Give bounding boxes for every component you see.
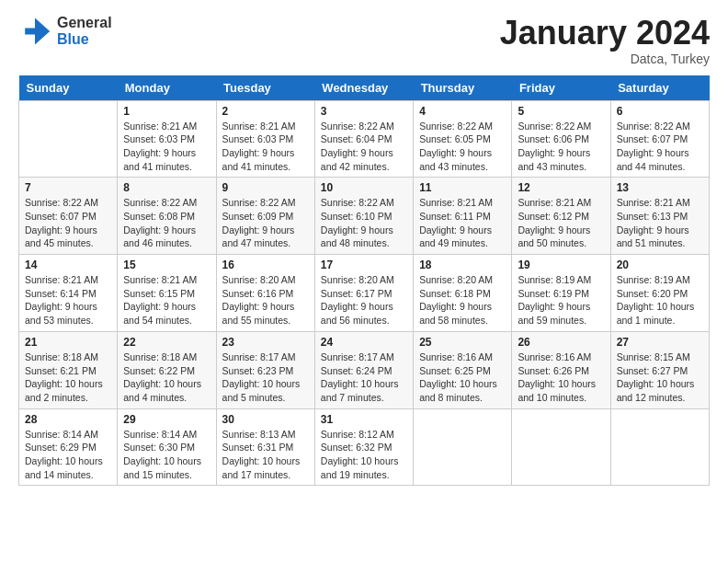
calendar-cell: 27Sunrise: 8:15 AMSunset: 6:27 PMDayligh…	[610, 331, 709, 408]
cell-info: Sunrise: 8:14 AMSunset: 6:30 PMDaylight:…	[123, 428, 210, 482]
cell-info: Sunrise: 8:18 AMSunset: 6:21 PMDaylight:…	[25, 350, 111, 405]
cell-day-number: 2	[222, 105, 309, 118]
header-day-friday: Friday	[512, 75, 610, 101]
week-row-1: 7Sunrise: 8:22 AMSunset: 6:07 PMDaylight…	[19, 178, 710, 255]
calendar-cell: 8Sunrise: 8:22 AMSunset: 6:08 PMDaylight…	[118, 178, 216, 255]
header-day-tuesday: Tuesday	[216, 75, 314, 101]
calendar-cell: 26Sunrise: 8:16 AMSunset: 6:26 PMDayligh…	[512, 331, 610, 408]
cell-info: Sunrise: 8:21 AMSunset: 6:13 PMDaylight:…	[617, 196, 703, 250]
cell-day-number: 22	[123, 336, 210, 349]
cell-day-number: 12	[518, 181, 604, 194]
header-day-saturday: Saturday	[610, 75, 709, 101]
week-row-4: 28Sunrise: 8:14 AMSunset: 6:29 PMDayligh…	[19, 408, 710, 486]
calendar-cell: 10Sunrise: 8:22 AMSunset: 6:10 PMDayligh…	[314, 178, 413, 255]
cell-day-number: 17	[321, 259, 407, 271]
location: Datca, Turkey	[500, 52, 710, 66]
cell-day-number: 18	[419, 259, 506, 271]
cell-info: Sunrise: 8:21 AMSunset: 6:12 PMDaylight:…	[518, 196, 604, 250]
calendar-cell: 3Sunrise: 8:22 AMSunset: 6:04 PMDaylight…	[314, 100, 413, 178]
logo-text-blue: Blue	[57, 31, 112, 48]
header-day-thursday: Thursday	[414, 75, 512, 101]
cell-day-number: 9	[222, 181, 309, 194]
cell-day-number: 5	[518, 105, 604, 118]
cell-info: Sunrise: 8:16 AMSunset: 6:25 PMDaylight:…	[419, 350, 506, 405]
calendar-cell: 2Sunrise: 8:21 AMSunset: 6:03 PMDaylight…	[216, 100, 314, 178]
cell-info: Sunrise: 8:22 AMSunset: 6:07 PMDaylight:…	[25, 196, 111, 250]
cell-info: Sunrise: 8:21 AMSunset: 6:03 PMDaylight:…	[123, 120, 210, 174]
cell-day-number: 7	[25, 181, 111, 194]
cell-info: Sunrise: 8:22 AMSunset: 6:07 PMDaylight:…	[617, 120, 703, 174]
cell-info: Sunrise: 8:21 AMSunset: 6:11 PMDaylight:…	[419, 196, 506, 250]
calendar-cell: 14Sunrise: 8:21 AMSunset: 6:14 PMDayligh…	[19, 255, 118, 332]
calendar-cell: 23Sunrise: 8:17 AMSunset: 6:23 PMDayligh…	[216, 331, 314, 408]
calendar-cell: 22Sunrise: 8:18 AMSunset: 6:22 PMDayligh…	[118, 331, 216, 408]
cell-day-number: 16	[222, 259, 309, 271]
cell-info: Sunrise: 8:16 AMSunset: 6:26 PMDaylight:…	[518, 350, 604, 405]
calendar-cell: 31Sunrise: 8:12 AMSunset: 6:32 PMDayligh…	[314, 408, 413, 486]
cell-info: Sunrise: 8:21 AMSunset: 6:15 PMDaylight:…	[123, 273, 210, 327]
cell-day-number: 23	[222, 336, 309, 349]
cell-day-number: 6	[617, 105, 703, 118]
calendar-cell: 1Sunrise: 8:21 AMSunset: 6:03 PMDaylight…	[118, 100, 216, 178]
cell-info: Sunrise: 8:22 AMSunset: 6:05 PMDaylight:…	[419, 120, 506, 174]
cell-info: Sunrise: 8:22 AMSunset: 6:06 PMDaylight:…	[518, 120, 604, 174]
cell-day-number: 28	[25, 413, 111, 426]
logo-text-general: General	[57, 15, 112, 31]
calendar-cell: 4Sunrise: 8:22 AMSunset: 6:05 PMDaylight…	[414, 100, 512, 178]
cell-day-number: 24	[321, 336, 407, 349]
calendar-cell: 9Sunrise: 8:22 AMSunset: 6:09 PMDaylight…	[216, 178, 314, 255]
cell-day-number: 20	[617, 259, 703, 271]
cell-info: Sunrise: 8:19 AMSunset: 6:19 PMDaylight:…	[518, 273, 604, 327]
cell-day-number: 13	[617, 181, 703, 194]
cell-info: Sunrise: 8:13 AMSunset: 6:31 PMDaylight:…	[222, 428, 309, 482]
calendar-cell: 19Sunrise: 8:19 AMSunset: 6:19 PMDayligh…	[512, 255, 610, 332]
calendar-cell: 17Sunrise: 8:20 AMSunset: 6:17 PMDayligh…	[314, 255, 413, 332]
calendar-cell: 20Sunrise: 8:19 AMSunset: 6:20 PMDayligh…	[610, 255, 709, 332]
calendar-cell: 13Sunrise: 8:21 AMSunset: 6:13 PMDayligh…	[610, 178, 709, 255]
title-block: January 2024 Datca, Turkey	[500, 15, 710, 66]
calendar-cell: 6Sunrise: 8:22 AMSunset: 6:07 PMDaylight…	[610, 100, 709, 178]
calendar-cell: 25Sunrise: 8:16 AMSunset: 6:25 PMDayligh…	[414, 331, 512, 408]
calendar-cell: 7Sunrise: 8:22 AMSunset: 6:07 PMDaylight…	[19, 178, 118, 255]
cell-info: Sunrise: 8:20 AMSunset: 6:17 PMDaylight:…	[321, 273, 407, 327]
logo-icon	[18, 15, 51, 48]
cell-day-number: 21	[25, 336, 111, 349]
cell-day-number: 11	[419, 181, 506, 194]
cell-info: Sunrise: 8:15 AMSunset: 6:27 PMDaylight:…	[617, 350, 703, 405]
calendar-cell: 28Sunrise: 8:14 AMSunset: 6:29 PMDayligh…	[19, 408, 118, 486]
cell-info: Sunrise: 8:17 AMSunset: 6:23 PMDaylight:…	[222, 350, 309, 405]
calendar-cell	[414, 408, 512, 486]
calendar-cell: 30Sunrise: 8:13 AMSunset: 6:31 PMDayligh…	[216, 408, 314, 486]
cell-day-number: 15	[123, 259, 210, 271]
cell-day-number: 19	[518, 259, 604, 271]
cell-day-number: 31	[321, 413, 407, 426]
calendar-cell: 11Sunrise: 8:21 AMSunset: 6:11 PMDayligh…	[414, 178, 512, 255]
cell-info: Sunrise: 8:18 AMSunset: 6:22 PMDaylight:…	[123, 350, 210, 405]
cell-info: Sunrise: 8:22 AMSunset: 6:04 PMDaylight:…	[321, 120, 407, 174]
calendar-cell: 29Sunrise: 8:14 AMSunset: 6:30 PMDayligh…	[118, 408, 216, 486]
cell-day-number: 3	[321, 105, 407, 118]
calendar-cell: 18Sunrise: 8:20 AMSunset: 6:18 PMDayligh…	[414, 255, 512, 332]
cell-info: Sunrise: 8:12 AMSunset: 6:32 PMDaylight:…	[321, 428, 407, 482]
calendar-cell	[19, 100, 118, 178]
cell-day-number: 14	[25, 259, 111, 271]
calendar-cell: 5Sunrise: 8:22 AMSunset: 6:06 PMDaylight…	[512, 100, 610, 178]
week-row-2: 14Sunrise: 8:21 AMSunset: 6:14 PMDayligh…	[19, 255, 710, 332]
cell-info: Sunrise: 8:20 AMSunset: 6:18 PMDaylight:…	[419, 273, 506, 327]
calendar-cell	[512, 408, 610, 486]
cell-info: Sunrise: 8:21 AMSunset: 6:14 PMDaylight:…	[25, 273, 111, 327]
cell-info: Sunrise: 8:22 AMSunset: 6:09 PMDaylight:…	[222, 196, 309, 250]
week-row-0: 1Sunrise: 8:21 AMSunset: 6:03 PMDaylight…	[19, 100, 710, 178]
cell-info: Sunrise: 8:14 AMSunset: 6:29 PMDaylight:…	[25, 428, 111, 482]
cell-day-number: 29	[123, 413, 210, 426]
calendar-cell: 24Sunrise: 8:17 AMSunset: 6:24 PMDayligh…	[314, 331, 413, 408]
calendar-cell: 21Sunrise: 8:18 AMSunset: 6:21 PMDayligh…	[19, 331, 118, 408]
week-row-3: 21Sunrise: 8:18 AMSunset: 6:21 PMDayligh…	[19, 331, 710, 408]
calendar-cell: 15Sunrise: 8:21 AMSunset: 6:15 PMDayligh…	[118, 255, 216, 332]
calendar-cell: 12Sunrise: 8:21 AMSunset: 6:12 PMDayligh…	[512, 178, 610, 255]
cell-day-number: 4	[419, 105, 506, 118]
cell-info: Sunrise: 8:22 AMSunset: 6:08 PMDaylight:…	[123, 196, 210, 250]
cell-day-number: 8	[123, 181, 210, 194]
header-day-monday: Monday	[118, 75, 216, 101]
cell-info: Sunrise: 8:17 AMSunset: 6:24 PMDaylight:…	[321, 350, 407, 405]
